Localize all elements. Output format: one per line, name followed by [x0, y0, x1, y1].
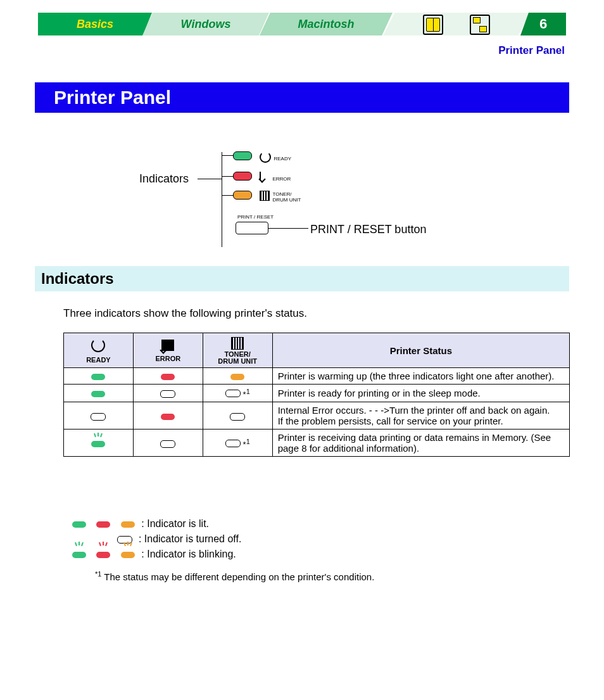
col-header-ready-label: READY: [86, 356, 111, 364]
footnote-text: The status may be different depending on…: [101, 571, 374, 582]
diagram-print-reset-label: PRINT / RESET button: [310, 223, 426, 236]
lit-red-icon: [161, 374, 175, 380]
lit-green-icon: [91, 391, 105, 397]
cell-status: Printer is ready for printing or in the …: [272, 385, 569, 402]
diagram-toner-text: TONER/ DRUM UNIT: [272, 191, 301, 203]
off-icon: [160, 440, 175, 448]
diagram-ready-row: READY: [228, 150, 291, 163]
lit-red-icon: [161, 414, 175, 420]
col-header-status: Printer Status: [272, 333, 569, 368]
cell-status: Printer is receiving data printing or da…: [272, 430, 569, 457]
cell-error: [133, 368, 203, 385]
blink-green-icon: [72, 547, 86, 562]
ready-led-icon: [233, 151, 252, 160]
cell-error: [133, 385, 203, 402]
table-row: Internal Error occurs. - - ->Turn the pr…: [64, 402, 570, 430]
cell-status: Printer is warming up (the three indicat…: [272, 368, 569, 385]
toner-led-icon: [233, 191, 252, 200]
legend-blink-text: : Indicator is blinking.: [141, 549, 236, 559]
drum-symbol-icon: [231, 337, 244, 350]
blink-red-icon: [96, 547, 110, 562]
col-header-error-label: ERROR: [155, 355, 180, 362]
legend-row-lit: : Indicator is lit.: [68, 516, 241, 531]
section-heading-indicators: Indicators: [35, 266, 569, 291]
legend-row-blink: : Indicator is blinking.: [68, 547, 241, 562]
lit-amber-icon: [121, 521, 135, 528]
col-header-ready: READY: [64, 333, 134, 368]
off-icon: [230, 413, 245, 421]
cell-ready: [64, 402, 134, 430]
book-icon[interactable]: [423, 15, 443, 35]
diagram-print-reset-small: PRINT / RESET: [237, 214, 274, 220]
intro-text: Three indicators show the following prin…: [63, 307, 307, 320]
table-row: *1Printer is ready for printing or in th…: [64, 385, 570, 402]
blink-green-icon: [91, 438, 105, 449]
tab-icon-bar: [383, 13, 530, 35]
cell-ready: [64, 368, 134, 385]
cell-ready: [64, 430, 134, 457]
legend-lit-text: : Indicator is lit.: [141, 518, 209, 529]
footnote-ref: *1: [243, 390, 250, 399]
cell-error: [133, 430, 203, 457]
footnote-ref: *1: [243, 440, 250, 449]
diagram-line: [198, 179, 222, 179]
network-icon[interactable]: [470, 15, 490, 35]
legend: : Indicator is lit. : Indicator is turne…: [68, 516, 241, 562]
lit-green-icon: [72, 521, 86, 528]
blink-amber-icon: [121, 547, 135, 562]
legend-off-text: : Indicator is turned off.: [139, 533, 241, 544]
print-reset-button-icon: [236, 222, 268, 234]
diagram-line: [222, 152, 222, 247]
cell-toner: [203, 368, 272, 385]
col-header-toner: TONER/ DRUM UNIT: [203, 333, 272, 368]
indicator-status-table: READY ERROR TONER/ DRUM UNIT Printer Sta…: [63, 333, 570, 457]
diagram-indicators-label: Indicators: [139, 172, 189, 186]
footnote-mark: *1: [95, 570, 101, 578]
cell-ready: [64, 385, 134, 402]
cell-error: [133, 402, 203, 430]
lit-red-icon: [96, 521, 110, 528]
printer-panel-diagram: Indicators READY ERROR TONER/ DRUM UNIT …: [139, 146, 469, 253]
off-icon: [225, 440, 241, 447]
off-icon: [225, 390, 241, 397]
diagram-toner-row: TONER/ DRUM UNIT: [228, 189, 301, 203]
lit-amber-icon: [230, 374, 244, 380]
error-symbol-icon: [260, 172, 270, 181]
legend-row-off: : Indicator is turned off.: [68, 531, 241, 547]
table-row: *1Printer is receiving data printing or …: [64, 430, 570, 457]
ready-symbol-icon: [260, 151, 271, 163]
diagram-error-text: ERROR: [272, 172, 291, 186]
tab-basics[interactable]: Basics: [38, 13, 152, 35]
drum-symbol-icon: [260, 191, 270, 201]
off-icon: [160, 390, 175, 398]
table-row: Printer is warming up (the three indicat…: [64, 368, 570, 385]
tab-windows[interactable]: Windows: [142, 13, 269, 35]
footnote: *1 The status may be different depending…: [95, 570, 374, 582]
tab-macintosh[interactable]: Macintosh: [260, 13, 393, 35]
tab-strip: Basics Windows Macintosh 6: [38, 13, 566, 35]
ready-symbol-icon: [91, 338, 105, 352]
lit-green-icon: [91, 374, 105, 380]
cell-toner: *1: [203, 430, 272, 457]
page: Basics Windows Macintosh 6 Printer Panel…: [0, 0, 604, 700]
breadcrumb: Printer Panel: [498, 44, 565, 57]
page-title: Printer Panel: [35, 82, 569, 113]
off-icon: [91, 413, 106, 421]
diagram-line: [268, 228, 308, 229]
diagram-error-row: ERROR: [228, 170, 291, 184]
col-header-toner-label: TONER/ DRUM UNIT: [208, 351, 267, 365]
error-led-icon: [233, 172, 252, 181]
col-header-error: ERROR: [133, 333, 203, 368]
cell-status: Internal Error occurs. - - ->Turn the pr…: [272, 402, 569, 430]
error-symbol-icon: [161, 340, 174, 351]
cell-toner: *1: [203, 385, 272, 402]
diagram-ready-text: READY: [274, 152, 291, 166]
cell-toner: [203, 402, 272, 430]
